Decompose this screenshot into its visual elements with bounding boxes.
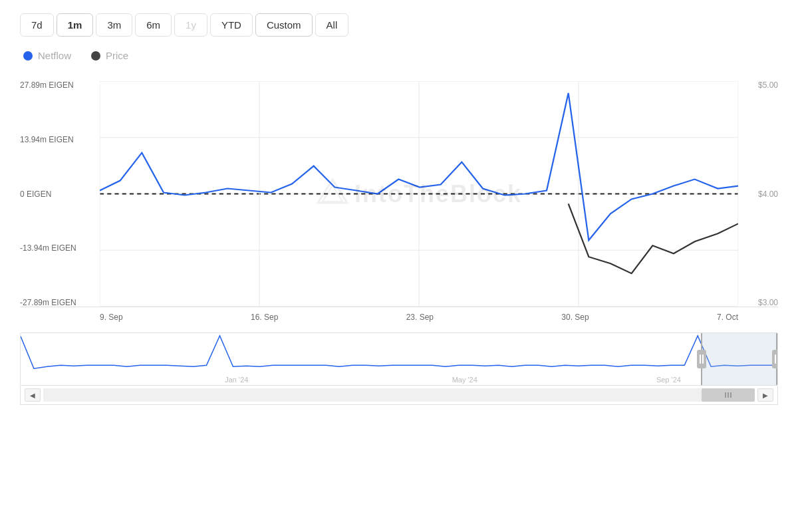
y-label-upper: 13.94m EIGEN <box>20 136 100 144</box>
overview-label-may: May '24 <box>452 376 477 384</box>
x-axis: 9. Sep 16. Sep 23. Sep 30. Sep 7. Oct <box>100 307 738 322</box>
range-handle-right[interactable] <box>772 350 778 368</box>
x-label-1: 16. Sep <box>251 313 278 322</box>
range-selector[interactable] <box>701 333 777 385</box>
btn-all[interactable]: All <box>315 13 349 37</box>
scroll-thumb[interactable] <box>702 388 755 402</box>
x-label-3: 30. Sep <box>561 313 589 322</box>
handle-lines-right <box>775 354 778 364</box>
price-label: Price <box>106 50 128 61</box>
y-label-bottom: -27.89m EIGEN <box>20 299 100 307</box>
btn-ytd[interactable]: YTD <box>210 13 253 37</box>
btn-7d[interactable]: 7d <box>20 13 54 37</box>
btn-1y[interactable]: 1y <box>174 13 207 37</box>
legend-netflow: Netflow <box>23 50 71 61</box>
overview-svg-wrapper <box>21 333 777 372</box>
chart-svg-area: IntoTheBlock <box>100 81 738 307</box>
y-label-zero: 0 EIGEN <box>20 190 100 198</box>
netflow-dot <box>23 51 33 61</box>
x-label-4: 7. Oct <box>717 313 738 322</box>
range-handle-left[interactable] <box>697 350 706 368</box>
btn-6m[interactable]: 6m <box>135 13 172 37</box>
scroll-bar: ◀ ▶ <box>20 386 778 405</box>
overview-chart: Jan '24 May '24 Sep '24 <box>20 332 778 386</box>
x-label-2: 23. Sep <box>406 313 434 322</box>
y-label-lower: -13.94m EIGEN <box>20 244 100 252</box>
chart-area: 27.89m EIGEN 13.94m EIGEN 0 EIGEN -13.94… <box>20 81 778 405</box>
overview-svg <box>21 333 777 372</box>
scroll-left-arrow[interactable]: ◀ <box>25 388 41 402</box>
y-right-bottom: $3.00 <box>758 299 778 307</box>
scroll-thumb-icon <box>723 390 733 400</box>
y-label-top: 27.89m EIGEN <box>20 81 100 89</box>
x-label-0: 9. Sep <box>100 313 123 322</box>
handle-line-4 <box>777 354 778 364</box>
handle-line-2 <box>702 354 704 364</box>
price-dot <box>91 51 100 61</box>
handle-lines-left <box>700 354 704 364</box>
time-range-selector: 7d 1m 3m 6m 1y YTD Custom All <box>20 13 778 37</box>
btn-3m[interactable]: 3m <box>96 13 132 37</box>
scroll-right-arrow[interactable]: ▶ <box>757 388 773 402</box>
main-chart: 27.89m EIGEN 13.94m EIGEN 0 EIGEN -13.94… <box>20 81 778 307</box>
overview-label-sep: Sep '24 <box>656 376 681 384</box>
y-axis-right: $5.00 $4.00 $3.00 <box>738 81 778 307</box>
overview-label-jan: Jan '24 <box>225 376 248 384</box>
btn-1m[interactable]: 1m <box>57 13 94 37</box>
line-chart-svg <box>100 81 738 307</box>
netflow-label: Netflow <box>38 50 71 61</box>
scroll-track <box>43 388 755 402</box>
btn-custom[interactable]: Custom <box>255 13 313 37</box>
chart-legend: Netflow Price <box>20 50 778 61</box>
y-right-top: $5.00 <box>758 81 778 89</box>
y-axis-left: 27.89m EIGEN 13.94m EIGEN 0 EIGEN -13.94… <box>20 81 100 307</box>
legend-price: Price <box>91 50 128 61</box>
handle-line-3 <box>775 354 776 364</box>
y-right-mid: $4.00 <box>758 190 778 198</box>
handle-line-1 <box>700 354 701 364</box>
